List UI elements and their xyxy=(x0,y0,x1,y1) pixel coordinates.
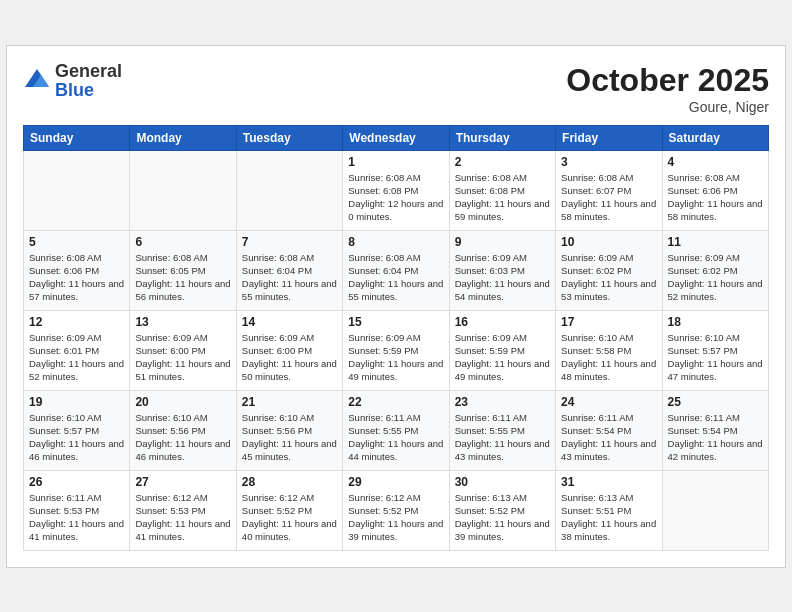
logo: General Blue xyxy=(23,62,122,102)
calendar-cell: 31Sunrise: 6:13 AM Sunset: 5:51 PM Dayli… xyxy=(556,470,662,550)
day-info: Sunrise: 6:08 AM Sunset: 6:04 PM Dayligh… xyxy=(242,251,337,304)
month-title: October 2025 xyxy=(566,62,769,99)
day-info: Sunrise: 6:13 AM Sunset: 5:51 PM Dayligh… xyxy=(561,491,656,544)
col-wednesday: Wednesday xyxy=(343,125,449,150)
calendar-cell: 11Sunrise: 6:09 AM Sunset: 6:02 PM Dayli… xyxy=(662,230,768,310)
col-thursday: Thursday xyxy=(449,125,555,150)
calendar-week-1: 1Sunrise: 6:08 AM Sunset: 6:08 PM Daylig… xyxy=(24,150,769,230)
calendar-cell: 21Sunrise: 6:10 AM Sunset: 5:56 PM Dayli… xyxy=(236,390,342,470)
calendar-cell: 26Sunrise: 6:11 AM Sunset: 5:53 PM Dayli… xyxy=(24,470,130,550)
day-info: Sunrise: 6:11 AM Sunset: 5:53 PM Dayligh… xyxy=(29,491,124,544)
day-number: 2 xyxy=(455,155,550,169)
calendar-cell xyxy=(662,470,768,550)
calendar-header: General Blue October 2025 Goure, Niger xyxy=(23,62,769,115)
day-number: 18 xyxy=(668,315,763,329)
day-info: Sunrise: 6:08 AM Sunset: 6:06 PM Dayligh… xyxy=(668,171,763,224)
day-number: 11 xyxy=(668,235,763,249)
calendar-cell: 1Sunrise: 6:08 AM Sunset: 6:08 PM Daylig… xyxy=(343,150,449,230)
day-info: Sunrise: 6:10 AM Sunset: 5:56 PM Dayligh… xyxy=(135,411,230,464)
calendar-cell: 24Sunrise: 6:11 AM Sunset: 5:54 PM Dayli… xyxy=(556,390,662,470)
calendar-cell: 9Sunrise: 6:09 AM Sunset: 6:03 PM Daylig… xyxy=(449,230,555,310)
calendar-cell: 29Sunrise: 6:12 AM Sunset: 5:52 PM Dayli… xyxy=(343,470,449,550)
col-monday: Monday xyxy=(130,125,236,150)
day-info: Sunrise: 6:08 AM Sunset: 6:07 PM Dayligh… xyxy=(561,171,656,224)
day-number: 16 xyxy=(455,315,550,329)
day-number: 7 xyxy=(242,235,337,249)
day-number: 24 xyxy=(561,395,656,409)
day-info: Sunrise: 6:10 AM Sunset: 5:57 PM Dayligh… xyxy=(668,331,763,384)
day-info: Sunrise: 6:10 AM Sunset: 5:58 PM Dayligh… xyxy=(561,331,656,384)
day-info: Sunrise: 6:09 AM Sunset: 6:02 PM Dayligh… xyxy=(668,251,763,304)
calendar-cell: 2Sunrise: 6:08 AM Sunset: 6:08 PM Daylig… xyxy=(449,150,555,230)
day-info: Sunrise: 6:08 AM Sunset: 6:05 PM Dayligh… xyxy=(135,251,230,304)
day-info: Sunrise: 6:09 AM Sunset: 6:03 PM Dayligh… xyxy=(455,251,550,304)
col-friday: Friday xyxy=(556,125,662,150)
day-info: Sunrise: 6:11 AM Sunset: 5:55 PM Dayligh… xyxy=(348,411,443,464)
logo-icon xyxy=(23,67,51,95)
day-info: Sunrise: 6:12 AM Sunset: 5:53 PM Dayligh… xyxy=(135,491,230,544)
calendar-cell xyxy=(24,150,130,230)
day-info: Sunrise: 6:08 AM Sunset: 6:08 PM Dayligh… xyxy=(455,171,550,224)
calendar-cell: 20Sunrise: 6:10 AM Sunset: 5:56 PM Dayli… xyxy=(130,390,236,470)
day-info: Sunrise: 6:11 AM Sunset: 5:54 PM Dayligh… xyxy=(561,411,656,464)
day-info: Sunrise: 6:09 AM Sunset: 6:02 PM Dayligh… xyxy=(561,251,656,304)
calendar-cell: 27Sunrise: 6:12 AM Sunset: 5:53 PM Dayli… xyxy=(130,470,236,550)
calendar-cell: 14Sunrise: 6:09 AM Sunset: 6:00 PM Dayli… xyxy=(236,310,342,390)
day-number: 22 xyxy=(348,395,443,409)
col-saturday: Saturday xyxy=(662,125,768,150)
calendar-cell: 17Sunrise: 6:10 AM Sunset: 5:58 PM Dayli… xyxy=(556,310,662,390)
logo-general: General xyxy=(55,62,122,82)
day-number: 6 xyxy=(135,235,230,249)
calendar-cell: 18Sunrise: 6:10 AM Sunset: 5:57 PM Dayli… xyxy=(662,310,768,390)
col-tuesday: Tuesday xyxy=(236,125,342,150)
day-number: 21 xyxy=(242,395,337,409)
day-info: Sunrise: 6:09 AM Sunset: 5:59 PM Dayligh… xyxy=(348,331,443,384)
day-info: Sunrise: 6:12 AM Sunset: 5:52 PM Dayligh… xyxy=(242,491,337,544)
day-info: Sunrise: 6:09 AM Sunset: 6:00 PM Dayligh… xyxy=(242,331,337,384)
day-number: 4 xyxy=(668,155,763,169)
calendar-cell: 4Sunrise: 6:08 AM Sunset: 6:06 PM Daylig… xyxy=(662,150,768,230)
calendar-cell: 15Sunrise: 6:09 AM Sunset: 5:59 PM Dayli… xyxy=(343,310,449,390)
day-number: 29 xyxy=(348,475,443,489)
calendar-cell: 19Sunrise: 6:10 AM Sunset: 5:57 PM Dayli… xyxy=(24,390,130,470)
calendar-cell: 25Sunrise: 6:11 AM Sunset: 5:54 PM Dayli… xyxy=(662,390,768,470)
header-row: Sunday Monday Tuesday Wednesday Thursday… xyxy=(24,125,769,150)
day-number: 31 xyxy=(561,475,656,489)
day-info: Sunrise: 6:13 AM Sunset: 5:52 PM Dayligh… xyxy=(455,491,550,544)
day-number: 30 xyxy=(455,475,550,489)
day-info: Sunrise: 6:09 AM Sunset: 6:00 PM Dayligh… xyxy=(135,331,230,384)
logo-blue: Blue xyxy=(55,81,122,101)
calendar-cell xyxy=(236,150,342,230)
calendar-cell: 3Sunrise: 6:08 AM Sunset: 6:07 PM Daylig… xyxy=(556,150,662,230)
location: Goure, Niger xyxy=(566,99,769,115)
day-number: 12 xyxy=(29,315,124,329)
day-info: Sunrise: 6:08 AM Sunset: 6:08 PM Dayligh… xyxy=(348,171,443,224)
calendar-container: General Blue October 2025 Goure, Niger S… xyxy=(6,45,786,568)
day-info: Sunrise: 6:12 AM Sunset: 5:52 PM Dayligh… xyxy=(348,491,443,544)
calendar-cell: 8Sunrise: 6:08 AM Sunset: 6:04 PM Daylig… xyxy=(343,230,449,310)
day-number: 23 xyxy=(455,395,550,409)
day-number: 3 xyxy=(561,155,656,169)
calendar-cell: 12Sunrise: 6:09 AM Sunset: 6:01 PM Dayli… xyxy=(24,310,130,390)
title-block: October 2025 Goure, Niger xyxy=(566,62,769,115)
calendar-cell: 30Sunrise: 6:13 AM Sunset: 5:52 PM Dayli… xyxy=(449,470,555,550)
day-number: 27 xyxy=(135,475,230,489)
day-info: Sunrise: 6:09 AM Sunset: 5:59 PM Dayligh… xyxy=(455,331,550,384)
day-number: 13 xyxy=(135,315,230,329)
day-number: 8 xyxy=(348,235,443,249)
day-number: 1 xyxy=(348,155,443,169)
day-number: 9 xyxy=(455,235,550,249)
day-number: 14 xyxy=(242,315,337,329)
calendar-cell xyxy=(130,150,236,230)
day-info: Sunrise: 6:08 AM Sunset: 6:04 PM Dayligh… xyxy=(348,251,443,304)
day-info: Sunrise: 6:10 AM Sunset: 5:57 PM Dayligh… xyxy=(29,411,124,464)
calendar-week-2: 5Sunrise: 6:08 AM Sunset: 6:06 PM Daylig… xyxy=(24,230,769,310)
calendar-table: Sunday Monday Tuesday Wednesday Thursday… xyxy=(23,125,769,551)
col-sunday: Sunday xyxy=(24,125,130,150)
calendar-cell: 22Sunrise: 6:11 AM Sunset: 5:55 PM Dayli… xyxy=(343,390,449,470)
day-number: 28 xyxy=(242,475,337,489)
calendar-cell: 7Sunrise: 6:08 AM Sunset: 6:04 PM Daylig… xyxy=(236,230,342,310)
day-info: Sunrise: 6:09 AM Sunset: 6:01 PM Dayligh… xyxy=(29,331,124,384)
day-number: 10 xyxy=(561,235,656,249)
day-number: 17 xyxy=(561,315,656,329)
